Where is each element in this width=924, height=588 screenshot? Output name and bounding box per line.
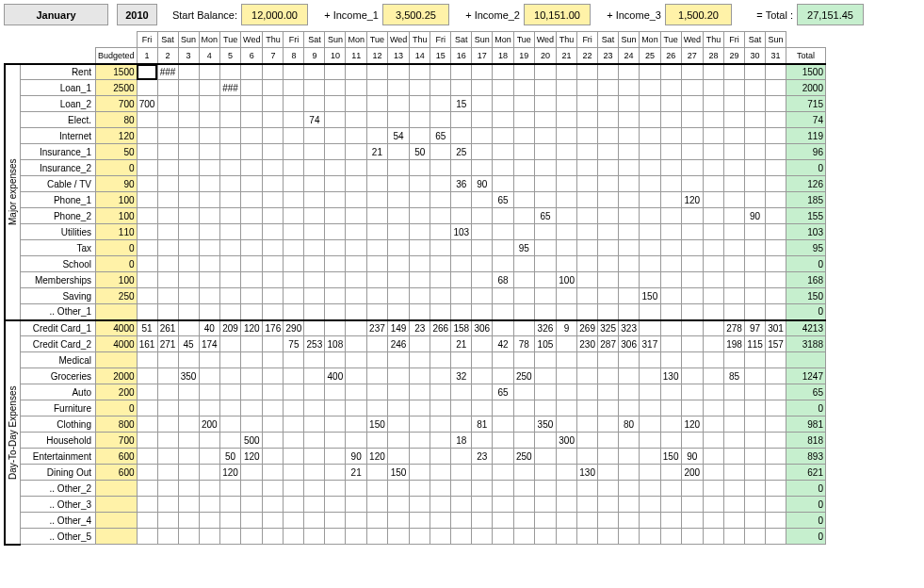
day-cell[interactable] xyxy=(263,288,284,304)
day-cell[interactable] xyxy=(241,64,263,80)
day-cell[interactable]: 130 xyxy=(577,465,598,481)
day-cell[interactable] xyxy=(557,352,577,368)
budget-cell[interactable]: 50 xyxy=(96,144,138,160)
day-cell[interactable] xyxy=(157,368,178,384)
day-cell[interactable] xyxy=(472,112,493,128)
day-cell[interactable] xyxy=(744,433,765,449)
day-cell[interactable] xyxy=(304,481,325,497)
day-cell[interactable] xyxy=(410,272,430,288)
day-cell[interactable] xyxy=(681,144,703,160)
day-cell[interactable] xyxy=(598,384,619,400)
day-cell[interactable] xyxy=(430,176,451,192)
day-cell[interactable] xyxy=(577,144,598,160)
day-cell[interactable] xyxy=(410,465,430,481)
day-cell[interactable] xyxy=(263,96,284,112)
day-cell[interactable] xyxy=(640,208,661,224)
day-cell[interactable] xyxy=(513,400,534,416)
day-cell[interactable] xyxy=(598,304,619,320)
day-cell[interactable] xyxy=(199,465,220,481)
day-cell[interactable] xyxy=(557,64,577,80)
day-cell[interactable] xyxy=(451,160,472,176)
day-cell[interactable] xyxy=(640,449,661,465)
day-cell[interactable] xyxy=(765,160,786,176)
day-cell[interactable] xyxy=(451,352,472,368)
day-cell[interactable] xyxy=(346,336,367,352)
day-cell[interactable] xyxy=(703,449,723,465)
day-cell[interactable] xyxy=(619,529,640,545)
day-cell[interactable] xyxy=(157,176,178,192)
day-cell[interactable] xyxy=(598,368,619,384)
day-cell[interactable] xyxy=(304,176,325,192)
day-cell[interactable] xyxy=(284,144,304,160)
day-cell[interactable] xyxy=(346,384,367,400)
day-cell[interactable] xyxy=(157,497,178,513)
day-cell[interactable] xyxy=(366,336,387,352)
day-cell[interactable] xyxy=(325,497,346,513)
day-cell[interactable] xyxy=(199,256,220,272)
day-cell[interactable] xyxy=(387,64,409,80)
day-cell[interactable] xyxy=(178,128,199,144)
day-cell[interactable] xyxy=(493,352,514,368)
day-cell[interactable]: 350 xyxy=(534,416,556,433)
day-cell[interactable]: 65 xyxy=(493,192,514,208)
day-cell[interactable] xyxy=(241,368,263,384)
day-cell[interactable] xyxy=(619,481,640,497)
day-cell[interactable] xyxy=(304,529,325,545)
day-cell[interactable] xyxy=(493,416,514,433)
budget-cell[interactable]: 100 xyxy=(96,208,138,224)
day-cell[interactable] xyxy=(157,256,178,272)
day-cell[interactable] xyxy=(178,64,199,80)
day-cell[interactable] xyxy=(493,208,514,224)
budget-cell[interactable]: 4000 xyxy=(96,320,138,336)
day-cell[interactable] xyxy=(410,112,430,128)
day-cell[interactable] xyxy=(723,497,744,513)
day-cell[interactable]: 78 xyxy=(513,336,534,352)
day-cell[interactable]: 105 xyxy=(534,336,556,352)
day-cell[interactable] xyxy=(178,256,199,272)
day-cell[interactable] xyxy=(137,433,157,449)
day-cell[interactable] xyxy=(472,433,493,449)
day-cell[interactable] xyxy=(263,384,284,400)
day-cell[interactable] xyxy=(284,112,304,128)
day-cell[interactable] xyxy=(451,416,472,433)
day-cell[interactable] xyxy=(220,112,241,128)
day-cell[interactable] xyxy=(387,176,409,192)
day-cell[interactable] xyxy=(220,368,241,384)
day-cell[interactable] xyxy=(137,400,157,416)
day-cell[interactable] xyxy=(577,513,598,529)
day-cell[interactable] xyxy=(765,80,786,96)
budget-cell[interactable]: 4000 xyxy=(96,336,138,352)
day-cell[interactable] xyxy=(387,256,409,272)
day-cell[interactable]: 261 xyxy=(157,320,178,336)
day-cell[interactable]: 150 xyxy=(640,288,661,304)
day-cell[interactable]: 21 xyxy=(366,144,387,160)
day-cell[interactable] xyxy=(430,481,451,497)
day-cell[interactable] xyxy=(346,160,367,176)
day-cell[interactable] xyxy=(557,368,577,384)
day-cell[interactable] xyxy=(681,160,703,176)
day-cell[interactable] xyxy=(451,400,472,416)
day-cell[interactable] xyxy=(220,497,241,513)
day-cell[interactable]: 323 xyxy=(619,320,640,336)
day-cell[interactable] xyxy=(366,481,387,497)
day-cell[interactable] xyxy=(493,256,514,272)
day-cell[interactable] xyxy=(493,288,514,304)
day-cell[interactable] xyxy=(387,368,409,384)
day-cell[interactable] xyxy=(640,513,661,529)
budget-cell[interactable]: 600 xyxy=(96,449,138,465)
day-cell[interactable] xyxy=(284,449,304,465)
day-cell[interactable] xyxy=(534,513,556,529)
day-cell[interactable] xyxy=(703,481,723,497)
day-cell[interactable] xyxy=(765,384,786,400)
day-cell[interactable] xyxy=(178,400,199,416)
day-cell[interactable] xyxy=(723,160,744,176)
day-cell[interactable] xyxy=(263,64,284,80)
day-cell[interactable] xyxy=(157,192,178,208)
day-cell[interactable] xyxy=(723,529,744,545)
day-cell[interactable] xyxy=(513,416,534,433)
day-cell[interactable] xyxy=(557,400,577,416)
budget-cell[interactable]: 700 xyxy=(96,433,138,449)
day-cell[interactable] xyxy=(220,433,241,449)
day-cell[interactable] xyxy=(493,160,514,176)
budget-cell[interactable]: 700 xyxy=(96,96,138,112)
